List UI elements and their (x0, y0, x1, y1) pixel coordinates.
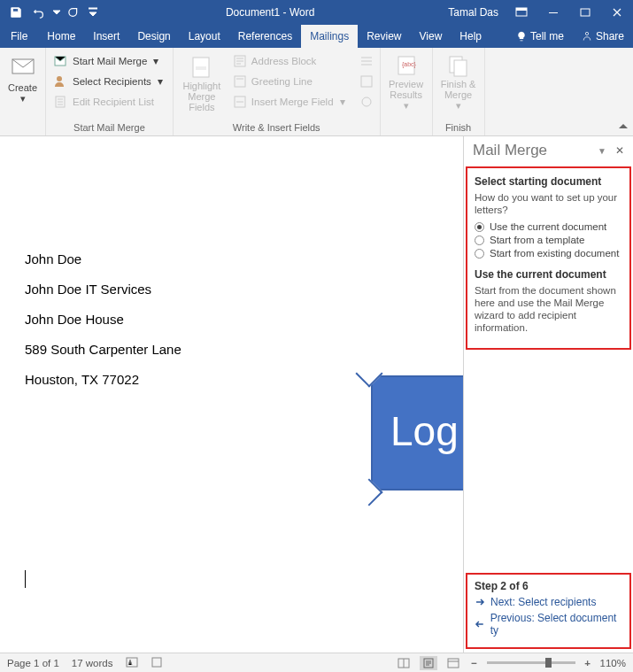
create-button[interactable]: Create▾ (4, 50, 42, 119)
preview-icon: {abc} (395, 54, 418, 77)
section-heading2: Use the current document (475, 268, 606, 281)
tellme-label: Tell me (530, 30, 564, 42)
radio-from-template[interactable]: Start from a template (475, 235, 624, 245)
prev-step-link[interactable]: Previous: Select document ty (475, 612, 624, 637)
next-step-link[interactable]: Next: Select recipients (475, 596, 624, 608)
share-button[interactable]: Share (573, 25, 633, 48)
start-mail-merge-label: Start Mail Merge (73, 56, 147, 66)
svg-rect-19 (454, 60, 467, 76)
create-label: Create (8, 82, 37, 93)
highlight-fields-button: Highlight Merge Fields (177, 50, 227, 119)
user-name[interactable]: Tamal Das (441, 6, 506, 19)
tab-design[interactable]: Design (128, 25, 179, 48)
select-recipients-button[interactable]: Select Recipients ▾ (50, 72, 169, 91)
window-title: Document1 - Word (99, 6, 441, 19)
pane-menu-button[interactable]: ▼ (598, 146, 608, 156)
match-fields-button (357, 72, 376, 91)
section-heading: Select starting document (475, 175, 601, 188)
logo-text: Log (390, 407, 459, 455)
redo-button[interactable] (64, 3, 85, 22)
zoom-level[interactable]: 110% (600, 658, 626, 668)
address-icon (233, 54, 247, 68)
tab-mailings[interactable]: Mailings (301, 25, 358, 48)
edit-recipient-list-label: Edit Recipient List (73, 97, 154, 107)
undo-dropdown[interactable] (51, 3, 62, 22)
chevron-down-icon: ▾ (153, 55, 158, 67)
group-label-start: Start Mail Merge (50, 120, 169, 135)
zoom-thumb[interactable] (545, 658, 552, 668)
zoom-out-button[interactable]: − (469, 658, 480, 668)
address-block-button: Address Block (228, 51, 351, 71)
zoom-in-button[interactable]: + (583, 658, 593, 668)
spellcheck-icon (126, 656, 138, 668)
minimize-button[interactable] (537, 0, 569, 25)
close-button[interactable] (601, 0, 633, 25)
tab-home[interactable]: Home (38, 25, 84, 48)
title-bar: Document1 - Word Tamal Das (0, 0, 633, 25)
qat-customize[interactable] (87, 3, 99, 22)
mail-merge-icon (54, 54, 68, 68)
radio-existing-document[interactable]: Start from existing document (475, 248, 624, 259)
radio-current-document[interactable]: Use the current document (475, 221, 624, 232)
tab-review[interactable]: Review (358, 25, 410, 48)
print-layout-icon (422, 658, 435, 668)
radio-label: Start from a template (490, 235, 584, 245)
zoom-slider[interactable] (487, 661, 575, 664)
pane-header: Mail Merge ▼ ✕ (464, 136, 633, 166)
tellme-button[interactable]: Tell me (507, 25, 573, 48)
read-icon (398, 658, 410, 668)
finish-icon (447, 54, 470, 77)
radio-icon (475, 222, 484, 232)
tab-file[interactable]: File (0, 25, 38, 48)
status-bar: Page 1 of 1 17 words − + 110% (0, 653, 633, 672)
spellcheck-button[interactable] (126, 656, 138, 670)
insert-merge-field-button: Insert Merge Field ▾ (228, 92, 351, 112)
redo-icon (68, 6, 81, 19)
tab-references[interactable]: References (229, 25, 301, 48)
customize-icon (89, 7, 97, 18)
save-button[interactable] (5, 3, 27, 22)
preview-results-button: {abc} Preview Results▾ (384, 50, 428, 119)
chevron-up-icon (618, 121, 629, 132)
undo-button[interactable] (28, 3, 50, 22)
highlight-icon (189, 54, 214, 79)
finish-label: Finish & Merge (441, 79, 476, 100)
print-layout-button[interactable] (420, 656, 437, 670)
chevron-down-icon: ▾ (158, 75, 163, 88)
tab-layout[interactable]: Layout (180, 25, 229, 48)
doc-line[interactable]: John Doe (25, 251, 454, 266)
word-count[interactable]: 17 words (72, 658, 113, 668)
ribbon-display-icon (515, 7, 528, 18)
doc-line[interactable]: 589 South Carpenter Lane (25, 342, 454, 357)
ribbon: Create▾ Start Mail Merge ▾ Select Recipi… (0, 48, 633, 136)
address-block-label: Address Block (251, 56, 317, 66)
ribbon-display-button[interactable] (506, 0, 537, 25)
svg-rect-24 (448, 659, 459, 668)
collapse-ribbon-button[interactable] (614, 48, 633, 135)
group-label-create (4, 120, 42, 135)
close-icon (612, 7, 622, 18)
logo-shape[interactable]: Log (371, 375, 463, 490)
select-recipients-label: Select Recipients (73, 76, 151, 87)
tab-view[interactable]: View (411, 25, 452, 48)
chevron-down-icon (53, 9, 60, 16)
read-mode-button[interactable] (395, 656, 413, 670)
tab-help[interactable]: Help (451, 25, 490, 48)
recipients-icon (54, 74, 68, 89)
group-label-write: Write & Insert Fields (177, 120, 376, 135)
minimize-icon (548, 7, 559, 18)
maximize-button[interactable] (569, 0, 601, 25)
svg-rect-3 (581, 9, 590, 16)
document-area[interactable]: John Doe John Doe IT Services John Doe H… (0, 136, 463, 653)
doc-line[interactable]: John Doe House (25, 312, 454, 327)
doc-line[interactable]: John Doe IT Services (25, 282, 454, 297)
accessibility-button[interactable] (151, 656, 163, 670)
preview-label: Preview Results (389, 79, 423, 100)
web-layout-button[interactable] (444, 656, 462, 670)
svg-point-15 (362, 97, 371, 106)
svg-rect-20 (127, 658, 137, 667)
start-mail-merge-button[interactable]: Start Mail Merge ▾ (50, 51, 169, 71)
tab-insert[interactable]: Insert (84, 25, 128, 48)
page-indicator[interactable]: Page 1 of 1 (7, 658, 59, 668)
pane-close-button[interactable]: ✕ (612, 143, 628, 158)
